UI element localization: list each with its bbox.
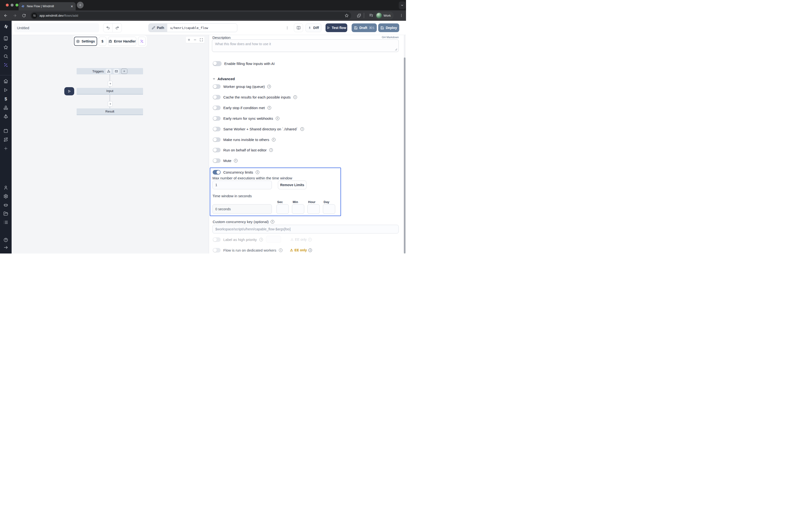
info-icon[interactable] [259,238,263,241]
panel-scrollbar-thumb[interactable] [404,57,406,253]
info-icon[interactable] [234,159,238,163]
deploy-button[interactable]: Deploy [378,23,399,32]
close-tab-icon[interactable]: ✕ [70,5,73,8]
flow-name-input[interactable]: Untitled [14,23,99,32]
sidebar-item-workspace[interactable] [3,36,8,41]
flow-canvas[interactable] [12,35,209,253]
sidebar-item-calendar[interactable] [3,128,8,133]
info-icon[interactable] [279,248,283,252]
run-on-behalf-toggle[interactable] [213,148,221,152]
draft-button[interactable]: Draft ⌘S [352,23,377,32]
extensions-button[interactable] [355,12,362,19]
tab-list-button[interactable] [399,1,406,9]
browser-tab[interactable]: New Flow | Windmill ✕ [18,2,75,10]
sidebar-item-schedules[interactable] [3,114,8,119]
sidebar-item-folders[interactable] [3,211,8,216]
day-input[interactable] [323,204,335,214]
browser-profile-button[interactable]: Work [375,12,394,19]
invisible-runs-toggle[interactable] [213,137,221,142]
browser-menu-button[interactable] [398,12,405,19]
traffic-light-minimize[interactable] [11,4,13,6]
sidebar-item-logs[interactable] [3,220,8,225]
sidebar-item-settings[interactable] [3,194,8,199]
traffic-light-close[interactable] [6,4,9,6]
early-stop-toggle[interactable] [213,106,221,110]
advanced-section-header[interactable]: Advanced [212,77,235,81]
info-icon[interactable] [267,85,271,89]
docs-button[interactable] [294,23,303,32]
diff-button[interactable]: Diff [305,23,321,32]
sidebar-item-workers[interactable] [3,203,8,207]
sidebar-item-routes[interactable] [3,137,8,142]
info-icon[interactable] [293,95,297,99]
priority-value-input[interactable] [266,236,281,243]
info-icon[interactable] [308,238,312,241]
cache-toggle[interactable] [213,95,221,100]
sidebar-expand[interactable] [3,245,8,250]
undo-button[interactable] [103,23,112,32]
flow-settings-button[interactable]: Settings [74,37,97,46]
info-icon[interactable] [267,106,271,110]
sidebar-item-favorites[interactable] [3,45,8,50]
info-icon[interactable] [308,248,312,252]
insert-step-button[interactable] [108,101,113,107]
insert-step-button[interactable] [108,81,113,87]
more-options-button[interactable] [285,24,289,32]
redo-button[interactable] [112,23,121,32]
description-textarea[interactable] [212,39,399,52]
sidebar-item-add[interactable] [3,146,8,151]
info-icon[interactable] [300,127,304,131]
custom-concurrency-key-input[interactable] [212,225,399,233]
sidebar-item-help[interactable] [3,237,8,242]
sidebar-item-ai[interactable] [3,62,8,67]
site-settings-icon[interactable] [32,13,37,18]
resize-grip-icon[interactable] [395,48,397,51]
windmill-logo[interactable] [3,24,8,29]
back-button[interactable] [2,12,9,19]
zoom-in-icon[interactable] [187,38,191,42]
sidebar-item-runs[interactable] [3,88,8,93]
email-trigger-button[interactable] [113,69,119,74]
ai-assistant-button[interactable] [138,37,146,46]
new-tab-button[interactable] [77,2,84,8]
remove-limits-button[interactable]: Remove Limits [278,181,306,189]
concurrency-toggle[interactable] [213,170,221,175]
flow-path-field[interactable]: Path u/henri/capable_flow [148,23,237,32]
address-bar[interactable]: app.windmill.dev/flows/add [31,12,351,19]
add-trigger-button[interactable] [121,68,128,74]
worker-group-toggle[interactable] [213,84,221,89]
sec-input[interactable] [276,204,289,214]
sidebar-item-search[interactable] [3,54,8,59]
max-executions-input[interactable] [212,181,272,189]
triggers-node[interactable]: Triggers [77,68,143,74]
sidebar-item-resources[interactable] [3,105,8,110]
info-icon[interactable] [269,148,273,152]
ai-inputs-toggle[interactable] [213,61,221,66]
traffic-light-zoom[interactable] [15,4,18,6]
early-return-toggle[interactable] [213,116,221,121]
sidebar-item-home[interactable] [3,79,8,83]
mute-toggle[interactable] [213,158,221,163]
info-icon[interactable] [256,170,259,174]
info-icon[interactable] [271,220,274,224]
webhook-trigger-button[interactable] [106,69,111,74]
run-input-button[interactable] [64,87,74,95]
high-priority-toggle[interactable] [213,237,221,242]
sidebar-item-user[interactable] [3,185,8,190]
info-icon[interactable] [276,117,280,120]
min-input[interactable] [292,204,304,214]
dedicated-workers-toggle[interactable] [213,248,221,252]
hour-input[interactable] [307,204,320,214]
bookmark-star-icon[interactable] [345,13,349,18]
same-worker-toggle[interactable] [213,127,221,131]
reload-button[interactable] [20,12,28,19]
input-node[interactable]: Input [77,88,143,95]
result-node[interactable]: Result [77,108,143,115]
forward-button[interactable] [11,12,18,19]
reading-list-button[interactable] [367,12,375,19]
sidebar-item-variables[interactable]: $ [3,96,8,101]
test-flow-button[interactable]: Test flow [325,23,347,32]
info-icon[interactable] [272,138,275,142]
fullscreen-icon[interactable] [200,38,203,42]
time-window-input[interactable] [212,204,272,214]
